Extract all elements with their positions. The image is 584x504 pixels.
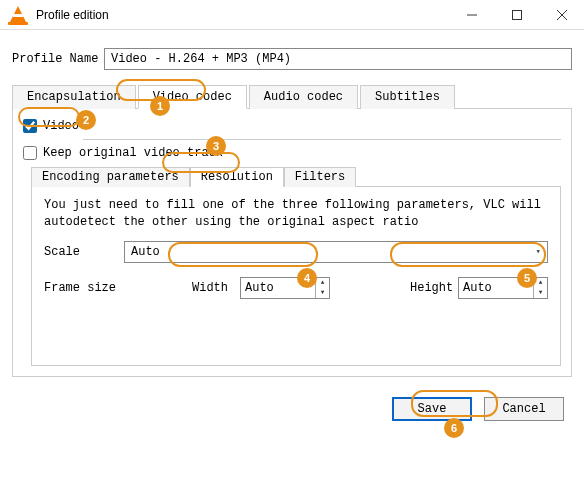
chevron-down-icon: ▾ (536, 246, 541, 257)
save-button[interactable]: Save (392, 397, 472, 421)
height-spin[interactable]: Auto ▲▼ (458, 277, 548, 299)
tab-video-codec[interactable]: Video codec (138, 85, 247, 109)
tab-encapsulation[interactable]: Encapsulation (12, 85, 136, 109)
video-checkbox-row[interactable]: Video (23, 119, 561, 133)
profile-name-input[interactable] (104, 48, 572, 70)
height-up-icon[interactable]: ▲ (534, 278, 547, 288)
profile-name-label: Profile Name (12, 52, 104, 66)
titlebar: Profile edition (0, 0, 584, 30)
subtab-encoding-parameters[interactable]: Encoding parameters (31, 167, 190, 187)
width-down-icon[interactable]: ▼ (316, 288, 329, 298)
video-checkbox[interactable] (23, 119, 37, 133)
width-label: Width (192, 281, 236, 295)
help-text: You just need to fill one of the three f… (44, 197, 548, 231)
svg-rect-1 (512, 10, 521, 19)
main-tabs: Encapsulation Video codec Audio codec Su… (12, 84, 572, 109)
height-value: Auto (463, 281, 492, 295)
height-label: Height (410, 281, 454, 295)
tab-audio-codec[interactable]: Audio codec (249, 85, 358, 109)
sub-tabs: Encoding parameters Resolution Filters (31, 166, 561, 186)
subtab-resolution[interactable]: Resolution (190, 167, 284, 187)
width-up-icon[interactable]: ▲ (316, 278, 329, 288)
maximize-button[interactable] (494, 0, 539, 30)
keep-original-checkbox[interactable] (23, 146, 37, 160)
scale-label: Scale (44, 245, 124, 259)
width-value: Auto (245, 281, 274, 295)
tab-subtitles[interactable]: Subtitles (360, 85, 455, 109)
video-checkbox-label: Video (43, 119, 79, 133)
window-title: Profile edition (36, 8, 449, 22)
keep-original-label: Keep original video track (43, 146, 223, 160)
cancel-button[interactable]: Cancel (484, 397, 564, 421)
height-down-icon[interactable]: ▼ (534, 288, 547, 298)
minimize-button[interactable] (449, 0, 494, 30)
keep-original-row[interactable]: Keep original video track (23, 146, 561, 160)
close-button[interactable] (539, 0, 584, 30)
scale-combo[interactable]: Auto ▾ (124, 241, 548, 263)
width-spin[interactable]: Auto ▲▼ (240, 277, 330, 299)
scale-value: Auto (131, 245, 160, 259)
subtab-filters[interactable]: Filters (284, 167, 356, 187)
frame-size-label: Frame size (44, 281, 184, 295)
vlc-icon (6, 3, 30, 27)
